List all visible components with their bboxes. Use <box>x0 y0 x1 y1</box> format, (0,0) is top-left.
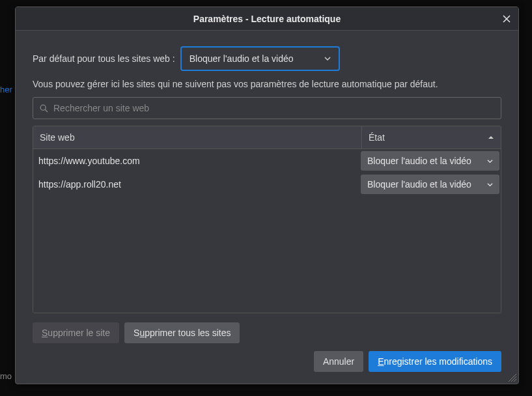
resize-grip-icon <box>508 373 517 382</box>
dialog-header: Paramètres - Lecture automatique <box>16 7 518 31</box>
remove-site-button: Supprimer le site <box>33 322 119 343</box>
chevron-down-icon <box>487 158 493 164</box>
dialog-body: Par défaut pour tous les sites web : Blo… <box>16 31 518 384</box>
dialog-title: Paramètres - Lecture automatique <box>16 14 518 24</box>
row-state-select[interactable]: Bloquer l'audio et la vidéo <box>361 151 499 171</box>
row-state-value: Bloquer l'audio et la vidéo <box>367 156 471 166</box>
svg-point-0 <box>40 105 46 110</box>
search-box[interactable] <box>33 97 501 119</box>
remove-all-sites-button[interactable]: Supprimer tous les sites <box>124 322 240 343</box>
site-url: https://app.roll20.net <box>33 179 361 190</box>
background-text: mo <box>0 371 12 381</box>
row-state-value: Bloquer l'audio et la vidéo <box>367 179 471 190</box>
chevron-down-icon <box>487 182 493 188</box>
dialog-footer: Annuler Enregistrer les modifications <box>33 343 501 372</box>
default-label: Par défaut pour tous les sites web : <box>33 53 175 64</box>
default-select-value: Bloquer l'audio et la vidéo <box>189 53 294 64</box>
table-row[interactable]: https://app.roll20.net Bloquer l'audio e… <box>33 173 501 196</box>
chevron-down-icon <box>324 55 331 62</box>
sites-table: Site web État https://www.youtube.com Bl… <box>33 126 501 313</box>
column-state-label: État <box>369 132 385 143</box>
settings-dialog: Paramètres - Lecture automatique Par déf… <box>15 7 519 384</box>
default-select[interactable]: Bloquer l'audio et la vidéo <box>180 46 340 71</box>
sort-up-icon <box>488 134 494 141</box>
table-body: https://www.youtube.com Bloquer l'audio … <box>33 149 501 313</box>
column-site[interactable]: Site web <box>33 126 362 148</box>
background-text: her <box>0 85 12 94</box>
row-state-select[interactable]: Bloquer l'audio et la vidéo <box>361 175 499 194</box>
table-header: Site web État <box>33 126 501 149</box>
default-row: Par défaut pour tous les sites web : Blo… <box>33 46 501 71</box>
table-row[interactable]: https://www.youtube.com Bloquer l'audio … <box>33 149 501 173</box>
column-state[interactable]: État <box>362 126 501 148</box>
site-action-row: Supprimer le site Supprimer tous les sit… <box>33 322 501 343</box>
save-button[interactable]: Enregistrer les modifications <box>369 351 501 372</box>
search-icon <box>40 104 48 113</box>
close-icon <box>503 15 511 23</box>
search-input[interactable] <box>53 103 494 113</box>
site-url: https://www.youtube.com <box>33 156 361 166</box>
close-button[interactable] <box>497 10 516 28</box>
cancel-button[interactable]: Annuler <box>314 351 363 372</box>
help-text: Vous pouvez gérer ici les sites qui ne s… <box>33 79 501 89</box>
